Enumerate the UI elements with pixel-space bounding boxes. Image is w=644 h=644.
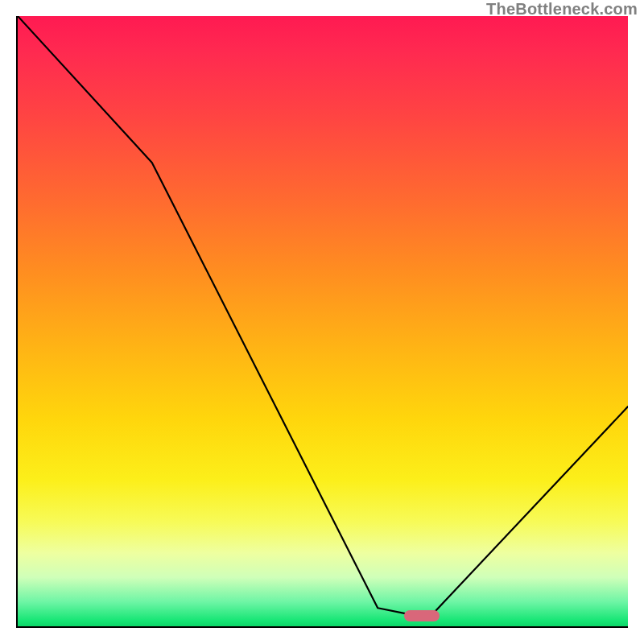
plot-area — [16, 16, 628, 628]
bottleneck-curve — [18, 16, 628, 626]
bottleneck-chart: TheBottleneck.com — [0, 0, 644, 644]
optimal-point-marker — [404, 610, 440, 621]
